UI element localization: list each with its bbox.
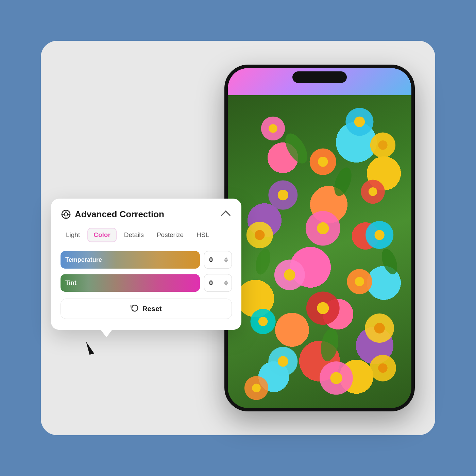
svg-point-21 [355, 277, 364, 286]
panel-header: Advanced Correction [61, 208, 232, 220]
flowers-image [228, 95, 411, 408]
reset-icon [131, 304, 139, 314]
svg-point-32 [319, 327, 341, 363]
svg-point-27 [374, 323, 385, 333]
svg-point-5 [269, 124, 277, 133]
svg-point-25 [258, 317, 268, 326]
svg-point-28 [281, 130, 312, 167]
tint-row: Tint 0 [61, 274, 232, 292]
advanced-correction-panel: Advanced Correction Light Color Details … [51, 199, 241, 330]
correction-icon [61, 209, 71, 220]
temperature-value: 0 [209, 256, 213, 264]
tint-value: 0 [209, 279, 213, 287]
tab-details[interactable]: Details [119, 228, 149, 241]
tab-color[interactable]: Color [87, 228, 117, 242]
phone-notch [292, 71, 347, 83]
tab-hsl[interactable]: HSL [191, 228, 215, 241]
tint-increment[interactable] [224, 280, 228, 283]
temperature-value-box[interactable]: 0 [204, 251, 232, 269]
temperature-gradient: Temperature [61, 251, 200, 269]
reset-label: Reset [142, 305, 162, 313]
tint-stepper[interactable] [224, 280, 228, 286]
cursor-pointer [86, 340, 94, 355]
tint-slider-track[interactable]: Tint [61, 274, 200, 292]
panel-title: Advanced Correction [75, 209, 164, 220]
svg-point-3 [378, 140, 387, 150]
phone-notch-bar [228, 68, 411, 95]
tab-light[interactable]: Light [61, 228, 85, 241]
svg-point-17 [255, 230, 265, 240]
svg-point-15 [374, 230, 384, 240]
svg-point-36 [330, 372, 342, 384]
phone-screen [228, 95, 411, 408]
temperature-label: Temperature [65, 256, 102, 264]
svg-point-34 [278, 356, 288, 367]
svg-point-7 [318, 157, 328, 167]
temperature-decrement[interactable] [224, 260, 228, 262]
svg-point-29 [331, 165, 355, 199]
svg-point-9 [278, 190, 288, 200]
chevron-up-icon [221, 210, 231, 220]
tint-gradient: Tint [61, 274, 200, 292]
svg-point-30 [253, 247, 273, 276]
svg-point-23 [317, 302, 329, 314]
temperature-increment[interactable] [224, 257, 228, 259]
main-container: Advanced Correction Light Color Details … [41, 41, 435, 435]
tab-posterize[interactable]: Posterize [151, 228, 189, 241]
tint-value-box[interactable]: 0 [204, 274, 232, 292]
tab-bar: Light Color Details Posterize HSL [61, 228, 232, 242]
temperature-row: Temperature 0 [61, 251, 232, 269]
temperature-stepper[interactable] [224, 257, 228, 262]
svg-point-42 [64, 213, 68, 216]
panel-title-group: Advanced Correction [61, 209, 164, 220]
flowers-svg [228, 95, 411, 408]
temperature-slider-track[interactable]: Temperature [61, 251, 200, 269]
svg-point-38 [378, 363, 387, 373]
reset-button[interactable]: Reset [61, 299, 232, 319]
tint-label: Tint [65, 279, 76, 287]
svg-point-40 [252, 384, 260, 392]
svg-point-1 [354, 117, 365, 127]
svg-point-13 [317, 222, 329, 234]
tint-decrement[interactable] [224, 283, 228, 286]
svg-point-31 [379, 247, 401, 276]
phone-mockup [224, 65, 415, 411]
svg-point-19 [284, 269, 295, 280]
svg-point-11 [369, 187, 377, 196]
slider-section: Temperature 0 Tint [61, 251, 232, 292]
collapse-button[interactable] [220, 208, 232, 220]
